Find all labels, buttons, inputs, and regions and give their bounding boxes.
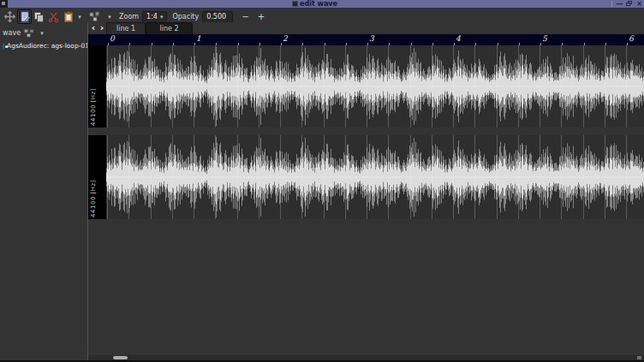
- window-controls-divider: [611, 1, 612, 7]
- wave-sidebar: wave ▾ AgsAudiorec: ags-loop-017: [0, 26, 87, 360]
- samplerate-strip-1: 44100 [Hz]: [88, 45, 106, 128]
- radio-dot: [5, 45, 8, 48]
- tool-grid-icon: [89, 11, 100, 22]
- samplerate-label-1: 44100 [Hz]: [90, 88, 97, 126]
- minimize-button[interactable]: —: [616, 0, 623, 8]
- paste-button[interactable]: [61, 9, 75, 24]
- cut-button[interactable]: [46, 9, 61, 24]
- position-cursor-icon: [4, 11, 15, 22]
- machine-dropdown-arrow[interactable]: ▾: [38, 30, 46, 37]
- position-cursor-button[interactable]: [3, 9, 17, 24]
- edit-tool-button[interactable]: [17, 9, 32, 24]
- machine-radio-row[interactable]: AgsAudiorec: ags-loop-017: [0, 41, 87, 50]
- samplerate-label-2: 44100 [Hz]: [90, 180, 97, 217]
- copy-icon: [33, 11, 45, 22]
- tab-line-1[interactable]: line 1: [106, 22, 146, 34]
- copy-button[interactable]: [32, 9, 46, 24]
- paste-dropdown-arrow[interactable]: ▾: [75, 14, 84, 21]
- scrollbar-grip[interactable]: [637, 356, 641, 359]
- machine-radio-selected[interactable]: [3, 43, 4, 50]
- waveform-canvas-1[interactable]: [106, 45, 644, 128]
- timeline-ruler: 0123456: [88, 34, 644, 45]
- waveform-area-1[interactable]: [106, 45, 644, 128]
- title-bar: edit wave — ×: [0, 0, 644, 8]
- edit-wave-window: edit wave — ×: [0, 0, 644, 362]
- maximize-icon-front: [626, 3, 630, 6]
- clipboard-icon: [63, 11, 74, 22]
- tabs-prev-button[interactable]: ‹: [89, 22, 98, 34]
- samplerate-strip-2: 44100 [Hz]: [88, 135, 106, 219]
- zoom-dropdown-arrow: ▾: [160, 14, 164, 21]
- zoom-label: Zoom: [119, 13, 139, 21]
- opacity-input[interactable]: 0.500: [202, 11, 233, 23]
- wave-editor: ‹ › line 1 line 2 0123456 44100 [Hz] 441…: [88, 22, 644, 360]
- tool-dropdown-arrow[interactable]: ▾: [105, 14, 114, 21]
- tabs-next-button[interactable]: ›: [98, 22, 106, 34]
- edit-pencil-icon: [20, 11, 30, 22]
- waveform-area-2[interactable]: [106, 135, 644, 219]
- opacity-decrement-button[interactable]: −: [242, 11, 248, 23]
- machine-selector-icon[interactable]: [24, 29, 34, 38]
- wave-panel-1: 44100 [Hz]: [88, 45, 644, 128]
- machine-label: AgsAudiorec: ags-loop-017: [7, 42, 93, 50]
- waveform-canvas-2[interactable]: [106, 135, 644, 219]
- desktop-corner-icon[interactable]: [0, 0, 8, 8]
- opacity-value: 0.500: [206, 13, 226, 21]
- window-title: edit wave: [300, 0, 337, 8]
- zoom-select[interactable]: 1:4 ▾: [142, 11, 167, 23]
- line-tab-bar: ‹ › line 1 line 2: [88, 22, 644, 34]
- opacity-increment-button[interactable]: +: [258, 11, 265, 23]
- scissors-icon: [48, 11, 59, 22]
- close-button[interactable]: ×: [636, 0, 642, 8]
- wave-panel-2: 44100 [Hz]: [88, 135, 644, 219]
- window-icon: [292, 1, 298, 7]
- maximize-button[interactable]: [626, 1, 633, 7]
- wave-section-label: wave: [3, 29, 21, 37]
- corner-glyph-icon: [2, 2, 5, 5]
- tab-line-2[interactable]: line 2: [146, 22, 193, 34]
- scrollbar-thumb[interactable]: [113, 356, 128, 359]
- opacity-label: Opacity: [172, 13, 199, 21]
- zoom-value: 1:4: [146, 13, 158, 21]
